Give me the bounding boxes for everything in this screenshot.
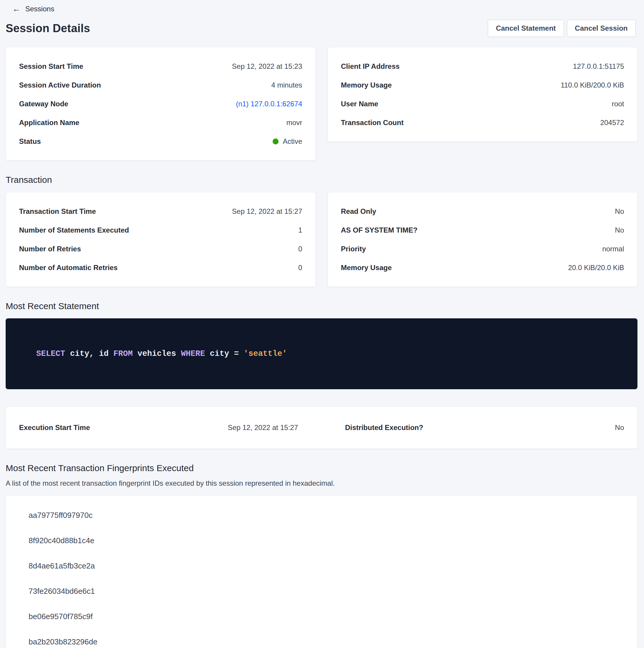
info-row: Priority normal — [341, 239, 624, 258]
fingerprints-section-heading: Most Recent Transaction Fingerprints Exe… — [6, 463, 637, 473]
info-label: Application Name — [19, 118, 79, 127]
info-value-wrap: 110.0 KiB/200.0 KiB — [561, 81, 624, 89]
fingerprint-item: 8f920c40d88b1c4e — [19, 528, 624, 553]
info-row: Session Start Time Sep 12, 2022 at 15:23 — [19, 57, 302, 76]
info-row: Gateway Node (n1) 127.0.0.1:62674 — [19, 94, 302, 113]
sql-token: city, id — [65, 349, 113, 358]
fingerprint-item: ba2b203b823296de — [19, 629, 624, 648]
info-label: Transaction Count — [341, 118, 404, 127]
distributed-execution-value: No — [615, 424, 624, 432]
info-value: movr — [286, 118, 302, 127]
info-row: AS OF SYSTEM TIME? No — [341, 221, 624, 239]
breadcrumb: ← Sessions — [12, 5, 637, 13]
info-value-wrap: (n1) 127.0.0.1:62674 — [236, 100, 302, 108]
page-title: Session Details — [6, 22, 90, 35]
info-value-wrap: 0 — [298, 245, 302, 253]
sql-token: FROM — [113, 349, 133, 358]
info-value: root — [612, 100, 624, 108]
info-value-wrap: No — [615, 207, 624, 216]
info-label: Session Start Time — [19, 62, 83, 70]
fingerprint-item: 73fe26034bd6e6c1 — [19, 579, 624, 604]
distributed-execution-col: Distributed Execution? No — [345, 424, 624, 432]
info-value-wrap: movr — [286, 118, 302, 127]
info-value-wrap: 127.0.0.1:51175 — [573, 62, 624, 70]
cancel-session-button[interactable]: Cancel Session — [567, 20, 636, 37]
info-value: 127.0.0.1:51175 — [573, 62, 624, 70]
info-label: User Name — [341, 100, 378, 108]
status-dot-icon — [273, 139, 279, 145]
transaction-section-heading: Transaction — [6, 175, 637, 185]
info-row: Number of Automatic Retries 0 — [19, 258, 302, 277]
info-value: 1 — [298, 226, 302, 234]
transaction-card-right: Read Only No AS OF SYSTEM TIME? No P — [328, 192, 638, 287]
info-value: No — [615, 207, 624, 216]
arrow-left-icon[interactable]: ← — [12, 5, 20, 13]
info-value-wrap: 204572 — [600, 118, 624, 127]
info-row: Status Active — [19, 132, 302, 151]
fingerprint-id: 73fe26034bd6e6c1 — [28, 587, 95, 596]
info-row: Application Name movr — [19, 113, 302, 132]
info-value-wrap: No — [615, 226, 624, 234]
transaction-grid: Transaction Start Time Sep 12, 2022 at 1… — [6, 192, 637, 287]
info-value-wrap: 1 — [298, 226, 302, 234]
info-value-wrap: Sep 12, 2022 at 15:23 — [232, 62, 302, 70]
sql-token: SELECT — [36, 349, 65, 358]
sql-statement-code: SELECT city, id FROM vehicles WHERE city… — [17, 340, 287, 358]
sql-token: WHERE — [181, 349, 205, 358]
info-row: Memory Usage 20.0 KiB/20.0 KiB — [341, 258, 624, 277]
cancel-statement-button[interactable]: Cancel Statement — [488, 20, 564, 37]
session-info-card-right: Client IP Address 127.0.0.1:51175 Memory… — [328, 47, 638, 142]
info-label: Memory Usage — [341, 81, 392, 89]
info-label: Gateway Node — [19, 100, 68, 108]
fingerprint-id: 8d4ae61a5fb3ce2a — [28, 561, 95, 571]
info-label: Number of Automatic Retries — [19, 264, 118, 272]
info-label: Number of Statements Executed — [19, 226, 129, 234]
sql-token: 'seattle' — [244, 349, 287, 358]
info-label: AS OF SYSTEM TIME? — [341, 226, 417, 234]
execution-card: Execution Start Time Sep 12, 2022 at 15:… — [6, 407, 637, 449]
breadcrumb-sessions-link[interactable]: Sessions — [25, 5, 54, 13]
info-value: 204572 — [600, 118, 624, 127]
info-value: 0 — [298, 245, 302, 253]
info-label: Priority — [341, 245, 366, 253]
fingerprint-id: aa79775ff097970c — [28, 511, 93, 520]
transaction-card-left: Transaction Start Time Sep 12, 2022 at 1… — [6, 192, 316, 287]
info-row: Transaction Count 204572 — [341, 113, 624, 132]
sql-token: city = — [205, 349, 244, 358]
session-summary-grid: Session Start Time Sep 12, 2022 at 15:23… — [6, 47, 637, 161]
info-label: Read Only — [341, 207, 376, 216]
header-actions: Cancel Statement Cancel Session — [488, 20, 636, 37]
info-value: Sep 12, 2022 at 15:27 — [232, 207, 302, 216]
fingerprint-item: aa79775ff097970c — [19, 503, 624, 528]
info-row: Number of Retries 0 — [19, 239, 302, 258]
info-value: Sep 12, 2022 at 15:23 — [232, 62, 302, 70]
gateway-node-link[interactable]: (n1) 127.0.0.1:62674 — [236, 100, 302, 108]
session-info-card-left: Session Start Time Sep 12, 2022 at 15:23… — [6, 47, 316, 161]
info-value-wrap: normal — [602, 245, 624, 253]
statement-section-heading: Most Recent Statement — [6, 301, 637, 311]
distributed-execution-label: Distributed Execution? — [345, 424, 423, 432]
info-value-wrap: 20.0 KiB/20.0 KiB — [568, 264, 624, 272]
info-row: Client IP Address 127.0.0.1:51175 — [341, 57, 624, 76]
info-row: Session Active Duration 4 minutes — [19, 76, 302, 94]
fingerprint-id: ba2b203b823296de — [28, 637, 97, 647]
fingerprints-description: A list of the most recent transaction fi… — [6, 479, 637, 487]
info-value-wrap: Active — [273, 137, 302, 146]
info-value-wrap: Sep 12, 2022 at 15:27 — [232, 207, 302, 216]
session-details-page: ← Sessions Session Details Cancel Statem… — [0, 0, 644, 648]
sql-statement-box: SELECT city, id FROM vehicles WHERE city… — [6, 318, 637, 389]
info-row: Memory Usage 110.0 KiB/200.0 KiB — [341, 76, 624, 94]
execution-start-label: Execution Start Time — [19, 424, 90, 432]
page-header: Session Details Cancel Statement Cancel … — [6, 20, 637, 37]
info-value: 4 minutes — [271, 81, 302, 89]
fingerprints-card: aa79775ff097970c 8f920c40d88b1c4e 8d4ae6… — [6, 495, 637, 648]
info-value-wrap: root — [612, 100, 624, 108]
info-label: Number of Retries — [19, 245, 81, 253]
info-value: normal — [602, 245, 624, 253]
info-label: Session Active Duration — [19, 81, 101, 89]
info-value-wrap: 0 — [298, 264, 302, 272]
execution-start-value: Sep 12, 2022 at 15:27 — [228, 424, 298, 432]
info-label: Status — [19, 137, 41, 146]
execution-start-col: Execution Start Time Sep 12, 2022 at 15:… — [19, 424, 298, 432]
info-value: 0 — [298, 264, 302, 272]
